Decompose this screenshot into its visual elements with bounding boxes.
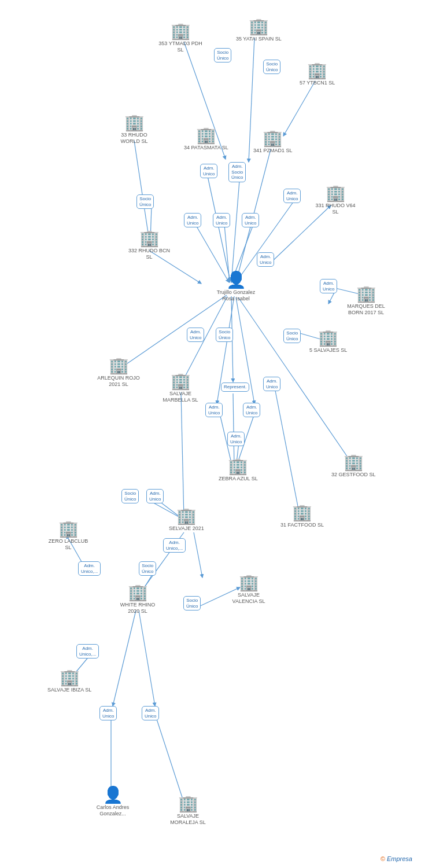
building-icon: 🏢 xyxy=(109,358,129,374)
badge-adm-unico-carlos[interactable]: Adm.Unico xyxy=(99,706,117,720)
node-marques[interactable]: 🏢 MARQUES DEL BORN 2017 SL xyxy=(343,286,389,316)
badge-adm-unico-selvaje[interactable]: Adm.Unico,... xyxy=(163,538,186,553)
badge-adm-unico-8[interactable]: Adm.Unico xyxy=(243,403,260,417)
watermark-symbol: © xyxy=(381,855,385,862)
building-icon: 🏢 xyxy=(228,458,248,475)
svg-line-36 xyxy=(113,610,136,706)
node-5salvajes[interactable]: 🏢 5 SALVAJES SL xyxy=(309,330,347,354)
node-salvaje-moraleja[interactable]: 🏢 SALVAJE MORALEJA SL xyxy=(165,796,211,826)
building-icon: 🏢 xyxy=(326,185,346,201)
badge-socio-unico-1[interactable]: SocioÚnico xyxy=(214,48,231,62)
badge-adm-unico-moraleja[interactable]: Adm.Unico xyxy=(142,706,159,720)
node-label: SALVAJE MARBELLA SL xyxy=(157,391,204,403)
badge-adm-unico-3[interactable]: Adm.Unico xyxy=(184,213,201,227)
building-icon: 🏢 xyxy=(128,584,148,601)
node-label: ARLEQUIN ROJO 2021 SL xyxy=(95,375,142,388)
node-label: SALVAJE MORALEJA SL xyxy=(165,813,211,826)
node-salvaje-ibiza[interactable]: 🏢 SALVAJE IBIZA SL xyxy=(47,670,91,693)
badge-adm-unico-5sav[interactable]: Adm.Unico xyxy=(263,377,280,391)
badge-adm-unico-9[interactable]: Adm.Unico xyxy=(227,432,245,446)
svg-line-39 xyxy=(156,718,185,806)
graph-container: 🏢 353 YTMAD3 PDH SL 🏢 35 YATAI SPAIN SL … xyxy=(0,0,421,868)
node-yatai[interactable]: 🏢 35 YATAI SPAIN SL xyxy=(236,19,282,42)
badge-adm-unico-6[interactable]: Adm.Unico xyxy=(257,252,274,267)
node-rhudo-world[interactable]: 🏢 33 RHUDO WORLD SL xyxy=(111,115,157,145)
badge-adm-unico-patasmata[interactable]: Adm.Unico xyxy=(200,164,217,178)
node-label: SALVAJE VALENCIA SL xyxy=(226,592,272,605)
badge-socio-unico-truj2[interactable]: SocioÚnico xyxy=(216,328,233,342)
badge-adm-unico-ibiza[interactable]: Adm.Unico,... xyxy=(76,644,99,659)
node-label: MARQUES DEL BORN 2017 SL xyxy=(343,303,389,316)
building-icon-orange: 🏢 xyxy=(176,508,197,524)
building-icon: 🏢 xyxy=(318,330,338,346)
building-icon: 🏢 xyxy=(171,23,191,39)
badge-socio-unico-sv[interactable]: SocioÚnico xyxy=(183,596,201,610)
node-label: 353 YTMAD3 PDH SL xyxy=(157,41,204,53)
node-32-gestfood[interactable]: 🏢 32 GESTFOOD SL xyxy=(331,454,376,478)
node-zebra-azul[interactable]: 🏢 ZEBRA AZUL SL xyxy=(219,458,258,482)
badge-adm-unico-pzmad1[interactable]: Adm.Unico xyxy=(283,189,301,203)
building-icon: 🏢 xyxy=(171,373,191,389)
node-label: 32 GESTFOOD SL xyxy=(331,472,376,478)
node-trujillo[interactable]: 👤 Trujillo Gonzalez Rosa Isabel xyxy=(213,272,259,302)
node-patasmata[interactable]: 🏢 34 PATASMATA SL xyxy=(184,127,228,151)
badge-socio-unico-2[interactable]: SocioÚnico xyxy=(263,60,280,74)
badge-adm-unico-5[interactable]: Adm.Unico xyxy=(242,213,259,227)
node-arlequin[interactable]: 🏢 ARLEQUIN ROJO 2021 SL xyxy=(95,358,142,388)
building-icon: 🏢 xyxy=(263,130,283,146)
person-icon: 👤 xyxy=(226,272,246,288)
node-rhudo-bcn[interactable]: 🏢 332 RHUDO BCN SL xyxy=(126,230,172,260)
node-salvaje-valencia[interactable]: 🏢 SALVAJE VALENCIA SL xyxy=(226,575,272,605)
badge-socio-unico-wr[interactable]: SocioÚnico xyxy=(139,561,156,576)
badge-adm-unico-marques[interactable]: Adm.Unico xyxy=(320,279,337,293)
node-salvaje-marbella[interactable]: 🏢 SALVAJE MARBELLA SL xyxy=(157,373,204,403)
building-icon: 🏢 xyxy=(178,796,198,812)
badge-adm-socio-unico[interactable]: Adm.SocioÚnico xyxy=(228,162,246,182)
building-icon: 🏢 xyxy=(196,127,216,144)
node-zero-labclub[interactable]: 🏢 ZERO LABCLUB SL xyxy=(45,521,91,551)
building-icon: 🏢 xyxy=(356,286,376,302)
building-icon: 🏢 xyxy=(124,115,145,131)
node-label: 31 FACTFOOD SL xyxy=(280,522,324,528)
node-31-factfood[interactable]: 🏢 31 FACTFOOD SL xyxy=(280,505,324,528)
node-carlos[interactable]: 👤 Carlos Andres Gonzalez... xyxy=(90,787,136,817)
node-label: 57 YTBCN1 SL xyxy=(300,80,335,86)
node-rhudo-v64[interactable]: 🏢 331 RHUDO V64 SL xyxy=(312,185,359,215)
badge-adm-unico-7[interactable]: Adm.Unico xyxy=(205,403,223,417)
node-label: 34 PATASMATA SL xyxy=(184,145,228,151)
badge-socio-unico-sel[interactable]: SocioÚnico xyxy=(121,489,139,503)
building-icon: 🏢 xyxy=(344,454,364,470)
badge-represent[interactable]: Represent. xyxy=(221,382,249,392)
node-label: SELVAJE 2021 xyxy=(169,525,204,532)
badge-adm-unico-zero[interactable]: Adm.Unico,... xyxy=(78,561,101,576)
node-label: WHITE RHINO 2020 SL xyxy=(115,602,161,615)
svg-line-2 xyxy=(283,81,315,136)
node-label: Carlos Andres Gonzalez... xyxy=(90,804,136,817)
watermark: © Empresa xyxy=(381,855,412,862)
watermark-text: Empresa xyxy=(387,855,412,862)
node-selvaje-2021[interactable]: 🏢 SELVAJE 2021 xyxy=(169,508,204,532)
node-label: 341 PZMAD1 SL xyxy=(253,148,293,154)
node-label: 331 RHUDO V64 SL xyxy=(312,203,359,215)
badge-adm-unico-truj1[interactable]: Adm.Unico xyxy=(187,328,204,342)
badge-adm-unico-4[interactable]: Adm.Unico xyxy=(213,213,230,227)
node-ytmad3[interactable]: 🏢 353 YTMAD3 PDH SL xyxy=(157,23,204,53)
svg-line-11 xyxy=(236,200,295,282)
svg-line-5 xyxy=(231,174,240,282)
building-icon: 🏢 xyxy=(239,575,259,591)
badge-adm-unico-sel[interactable]: Adm.Unico xyxy=(146,489,164,503)
svg-line-33 xyxy=(194,532,202,578)
badge-socio-unico-5s[interactable]: SocioÚnico xyxy=(283,329,301,343)
svg-line-26 xyxy=(275,388,300,515)
svg-line-22 xyxy=(233,393,234,468)
building-icon: 🏢 xyxy=(307,62,327,79)
svg-line-3 xyxy=(134,141,149,240)
svg-line-16 xyxy=(121,295,227,367)
node-label: 33 RHUDO WORLD SL xyxy=(111,132,157,145)
svg-line-21 xyxy=(238,297,352,463)
node-pzmad1[interactable]: 🏢 341 PZMAD1 SL xyxy=(253,130,293,154)
node-white-rhino[interactable]: 🏢 WHITE RHINO 2020 SL xyxy=(115,584,161,615)
node-ytbcn1[interactable]: 🏢 57 YTBCN1 SL xyxy=(300,62,335,86)
node-label: ZERO LABCLUB SL xyxy=(45,538,91,551)
badge-socio-unico-rhudo[interactable]: SocioÚnico xyxy=(136,194,154,209)
